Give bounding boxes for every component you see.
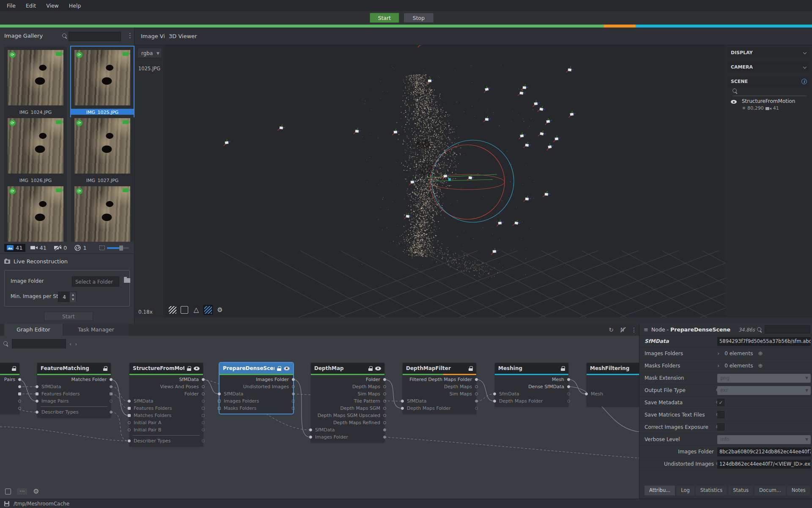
node-port: Images Folder: [311, 433, 384, 441]
visibility-eye-icon[interactable]: [731, 100, 737, 104]
min-images-stepper[interactable]: 4 ▲▼: [58, 292, 77, 302]
mesh-icon[interactable]: △: [192, 306, 200, 314]
node-graph-canvas[interactable]: ‹ › Pairs FeatureMatching Matches Folder…: [0, 336, 639, 499]
media-stats: ✳ 80,290 41: [742, 105, 779, 111]
info-icon[interactable]: i: [801, 79, 807, 84]
video-camera-icon: [56, 188, 62, 192]
thumbnail[interactable]: ⟳: [71, 183, 134, 242]
camera-marker: [223, 139, 230, 146]
add-element-icon[interactable]: ⊕: [758, 350, 763, 356]
graph-settings-icon[interactable]: ⚙: [33, 488, 39, 495]
thumbnail[interactable]: ⟳ IMG_1026.JPG: [4, 115, 67, 185]
auto-layout-off-icon[interactable]: N: [620, 327, 624, 333]
start-button[interactable]: Start: [370, 13, 399, 23]
graph-node-preparedensescene[interactable]: PrepareDenseScene Images Folder Undistor…: [219, 363, 293, 414]
section-camera[interactable]: CAMERA: [727, 62, 810, 72]
media-name: StructureFromMotion: [742, 98, 795, 104]
fit-view-icon[interactable]: [5, 489, 11, 494]
node-port: Features Folders: [37, 390, 111, 398]
status-bar: /tmp/MeshroomCache: [0, 499, 812, 508]
scene-search-field[interactable]: [732, 87, 807, 96]
thumbnail[interactable]: ⟳: [4, 183, 67, 242]
graph-node-structurefrommotion[interactable]: StructureFromMotion SfMData Views And Po…: [129, 363, 203, 446]
checkbox-checked[interactable]: ✓: [717, 399, 724, 406]
menu-file[interactable]: File: [3, 2, 20, 10]
tab-task-manager[interactable]: Task Manager: [63, 324, 129, 336]
stop-button[interactable]: Stop: [403, 13, 434, 23]
slider-handle[interactable]: [119, 246, 123, 251]
folder-icon[interactable]: [124, 278, 130, 283]
next-result-icon[interactable]: ›: [75, 341, 77, 347]
tab-status[interactable]: Status: [728, 486, 753, 495]
stepper-arrows[interactable]: ▲▼: [70, 292, 76, 302]
image-folder-input[interactable]: Select a Folder: [72, 276, 119, 287]
search-icon[interactable]: [757, 327, 762, 332]
zoom-level: 0.18x: [138, 309, 153, 315]
checkbox-unchecked[interactable]: [717, 423, 724, 431]
gallery-menu-icon[interactable]: ⋮: [127, 32, 133, 39]
graph-node-depthmap[interactable]: DepthMap Folder Depth Maps Sim Maps Tile…: [311, 363, 384, 442]
prev-result-icon[interactable]: ‹: [69, 341, 71, 347]
gallery-search-input[interactable]: [69, 32, 121, 41]
eye-icon[interactable]: [194, 367, 200, 370]
graph-node-featurematching[interactable]: FeatureMatching Matches Folder SfMData F…: [37, 363, 111, 417]
lock-icon: [12, 366, 16, 371]
expander-icon[interactable]: ›: [717, 350, 719, 356]
image-count[interactable]: 41: [4, 244, 25, 252]
graph-node-meshfiltering[interactable]: MeshFiltering Mesh: [587, 363, 639, 406]
attr-value[interactable]: 5894293f7f9d50e55a37b56b/sfm.abc: [717, 337, 811, 346]
disabled-camera-count[interactable]: 0: [52, 244, 69, 252]
graph-node-partial[interactable]: Pairs: [0, 363, 19, 414]
channel-select[interactable]: rgba ▼: [137, 48, 162, 58]
dropdown[interactable]: info▼: [717, 435, 811, 444]
intrinsics-count[interactable]: 1: [72, 244, 89, 252]
live-start-button[interactable]: Start: [44, 312, 93, 321]
tab-notes[interactable]: Notes: [787, 486, 810, 495]
bounding-box-icon[interactable]: [181, 306, 188, 314]
checkbox-unchecked[interactable]: [717, 411, 724, 418]
thumbnail[interactable]: ⟳ IMG_1024.JPG: [4, 47, 67, 116]
section-scene[interactable]: SCENEi: [727, 77, 810, 87]
wireframe-icon[interactable]: [169, 306, 176, 314]
node-port: Depth Maps SGM: [311, 405, 384, 412]
chevron-down-icon: [803, 51, 807, 54]
thumbnail[interactable]: ⟳ IMG_1027.JPG: [71, 115, 134, 185]
add-element-icon[interactable]: ⊕: [758, 362, 763, 369]
tab-statistics[interactable]: Statistics: [696, 486, 727, 495]
viewer-settings-icon[interactable]: ⚙: [216, 306, 224, 314]
dropdown[interactable]: png▼: [717, 374, 811, 383]
node-port: Describer Types: [37, 409, 111, 416]
refresh-icon[interactable]: ↻: [609, 326, 614, 333]
attribute-filter-input[interactable]: [765, 325, 810, 334]
graph-node-meshing[interactable]: Meshing Mesh Dense SfMData SfmData Depth…: [495, 363, 568, 406]
thumbnail-selected[interactable]: ⟳ IMG_1025.JPG: [71, 47, 134, 116]
menu-edit[interactable]: Edit: [22, 2, 40, 10]
menu-help[interactable]: Help: [65, 2, 85, 10]
video-camera-icon: [123, 188, 129, 192]
node-port: Tile Pattern: [311, 398, 384, 405]
camera-marker: [544, 118, 552, 125]
graph-node-depthmapfilter[interactable]: DepthMapFilter Filtered Depth Maps Folde…: [403, 363, 476, 414]
section-display[interactable]: DISPLAY: [727, 48, 810, 58]
menu-view[interactable]: View: [42, 2, 63, 10]
graph-menu-icon[interactable]: ⋮: [631, 326, 637, 333]
texture-toggle-icon[interactable]: [204, 306, 212, 314]
dropdown[interactable]: exr▼: [717, 386, 811, 395]
expander-icon[interactable]: ›: [717, 362, 719, 369]
image-viewer-pane-title[interactable]: Image Viewer: [141, 33, 165, 39]
viewer3d-pane-title[interactable]: 3D Viewer: [169, 33, 197, 39]
tab-graph-editor[interactable]: Graph Editor: [4, 324, 63, 336]
graph-search-input[interactable]: [12, 339, 66, 348]
tab-attributes[interactable]: Attribu...: [645, 486, 675, 495]
thumbnail-size-slider[interactable]: [107, 247, 129, 249]
viewer3d-canvas[interactable]: [165, 45, 812, 318]
more-options-button[interactable]: ⋯: [17, 488, 27, 495]
eye-icon[interactable]: [375, 367, 381, 370]
tab-documentation[interactable]: Docum...: [754, 486, 786, 495]
main-toolbar: Start Stop: [0, 11, 812, 25]
sliders-icon: ≡: [644, 326, 648, 333]
camera-count[interactable]: 41: [28, 244, 49, 252]
eye-icon[interactable]: [284, 367, 290, 370]
image-folder-label: Image Folder: [11, 278, 44, 284]
tab-log[interactable]: Log: [676, 486, 694, 495]
